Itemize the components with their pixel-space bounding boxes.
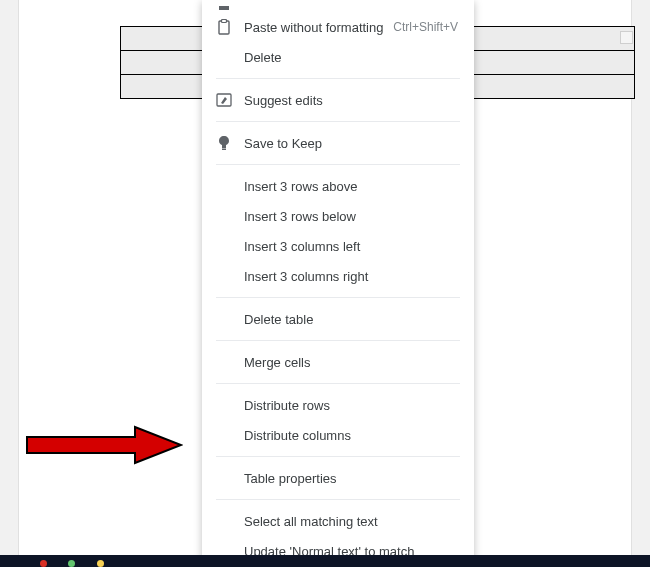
menu-item-label: Table properties — [244, 471, 458, 486]
table-row-handle[interactable] — [620, 31, 633, 44]
taskbar — [0, 555, 650, 567]
menu-item-insert-rows-above[interactable]: Insert 3 rows above — [202, 171, 474, 201]
menu-item-save-to-keep[interactable]: Save to Keep — [202, 128, 474, 158]
taskbar-icon[interactable] — [40, 560, 47, 567]
menu-item-label: Select all matching text — [244, 514, 458, 529]
menu-item-delete-table[interactable]: Delete table — [202, 304, 474, 334]
menu-item-label: Delete table — [244, 312, 458, 327]
menu-separator — [216, 78, 460, 79]
menu-item-label: Distribute columns — [244, 428, 458, 443]
menu-item-label: Insert 3 rows below — [244, 209, 458, 224]
document-page: Paste without formatting Ctrl+Shift+V De… — [18, 0, 632, 555]
menu-item-paste-without-formatting[interactable]: Paste without formatting Ctrl+Shift+V — [202, 12, 474, 42]
menu-item-label: Insert 3 rows above — [244, 179, 458, 194]
menu-separator — [216, 499, 460, 500]
menu-item-label: Suggest edits — [244, 93, 458, 108]
menu-item-shortcut: Ctrl+Shift+V — [393, 20, 458, 34]
svg-rect-1 — [222, 20, 227, 23]
clipboard-icon — [214, 19, 234, 35]
menu-separator — [216, 164, 460, 165]
context-menu: Paste without formatting Ctrl+Shift+V De… — [202, 0, 474, 567]
suggest-edits-icon — [214, 93, 234, 107]
menu-item-label: Distribute rows — [244, 398, 458, 413]
taskbar-icon[interactable] — [97, 560, 104, 567]
menu-item-insert-cols-right[interactable]: Insert 3 columns right — [202, 261, 474, 291]
menu-item-distribute-columns[interactable]: Distribute columns — [202, 420, 474, 450]
menu-item-insert-rows-below[interactable]: Insert 3 rows below — [202, 201, 474, 231]
menu-item-insert-cols-left[interactable]: Insert 3 columns left — [202, 231, 474, 261]
menu-item-suggest-edits[interactable]: Suggest edits — [202, 85, 474, 115]
menu-item-label: Insert 3 columns right — [244, 269, 458, 284]
menu-separator — [216, 297, 460, 298]
menu-item-select-matching-text[interactable]: Select all matching text — [202, 506, 474, 536]
menu-item-distribute-rows[interactable]: Distribute rows — [202, 390, 474, 420]
menu-top-truncated — [219, 6, 229, 10]
menu-item-table-properties[interactable]: Table properties — [202, 463, 474, 493]
menu-item-label: Save to Keep — [244, 136, 458, 151]
svg-rect-3 — [222, 149, 226, 151]
svg-marker-6 — [27, 427, 181, 463]
menu-item-label: Merge cells — [244, 355, 458, 370]
menu-item-merge-cells[interactable]: Merge cells — [202, 347, 474, 377]
menu-item-delete[interactable]: Delete — [202, 42, 474, 72]
menu-separator — [216, 456, 460, 457]
menu-separator — [216, 121, 460, 122]
taskbar-icon[interactable] — [68, 560, 75, 567]
menu-item-label: Delete — [244, 50, 458, 65]
menu-item-label: Paste without formatting — [244, 20, 393, 35]
annotation-arrow — [25, 425, 183, 465]
menu-separator — [216, 340, 460, 341]
menu-item-label: Insert 3 columns left — [244, 239, 458, 254]
menu-separator — [216, 383, 460, 384]
keep-icon — [214, 135, 234, 151]
